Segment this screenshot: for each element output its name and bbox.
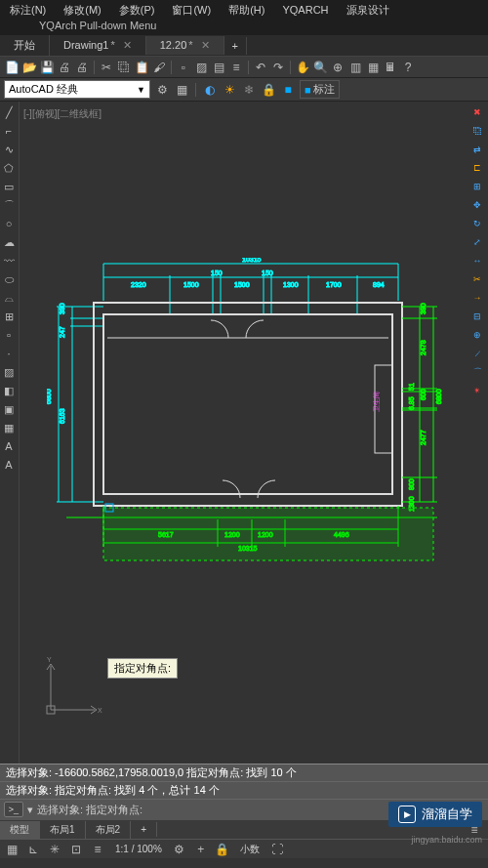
menu-params[interactable]: 参数(P) xyxy=(119,3,155,18)
menu-annotate[interactable]: 标注(N) xyxy=(10,3,46,18)
help-icon[interactable]: ? xyxy=(400,60,416,75)
point-icon[interactable]: · xyxy=(0,345,18,362)
lwt-icon[interactable]: ≡ xyxy=(90,842,105,857)
explode-icon[interactable]: ✴ xyxy=(468,382,486,399)
tab-layout1[interactable]: 布局1 xyxy=(40,821,86,839)
print-icon[interactable]: 🖨 xyxy=(57,60,72,75)
polar-icon[interactable]: ✳ xyxy=(47,842,62,857)
canvas[interactable]: [-][俯视][二维线框] 10315 2320 1500 xyxy=(20,102,488,764)
cut-icon[interactable]: ✂ xyxy=(99,60,114,75)
hatch-icon[interactable]: ▨ xyxy=(193,60,209,75)
tab-1220[interactable]: 12.20*✕ xyxy=(146,36,224,55)
plot-icon[interactable]: 🖨 xyxy=(74,60,90,75)
revcloud-icon[interactable]: ☁ xyxy=(0,233,18,251)
grid-snap-icon[interactable]: ▦ xyxy=(4,842,20,857)
rect-icon[interactable]: ▭ xyxy=(0,178,18,195)
fillet-icon[interactable]: ⌒ xyxy=(468,363,486,381)
save-icon[interactable]: 💾 xyxy=(39,60,55,75)
chamfer-icon[interactable]: ⟋ xyxy=(468,345,486,362)
pline-icon[interactable]: ∿ xyxy=(0,141,18,158)
tooltip: 指定对角点: xyxy=(107,658,178,679)
erase-icon[interactable]: ✖ xyxy=(468,103,486,121)
freeze-icon[interactable]: ❄ xyxy=(241,82,257,98)
annotation-label[interactable]: ■标注 xyxy=(300,80,340,99)
gear2-icon[interactable]: ⚙ xyxy=(172,842,187,857)
arc-icon[interactable]: ⌒ xyxy=(0,196,18,214)
menu-help[interactable]: 帮助(H) xyxy=(228,3,264,18)
menu-yuanquan[interactable]: 源泉设计 xyxy=(346,3,389,18)
tab-start[interactable]: 开始 xyxy=(0,35,50,56)
offset-icon[interactable]: ⊏ xyxy=(468,159,486,177)
pan-icon[interactable]: ✋ xyxy=(295,60,310,75)
gradient-icon[interactable]: ◧ xyxy=(0,382,18,399)
stretch-icon[interactable]: ↔ xyxy=(468,252,486,269)
copy-icon[interactable]: ⿻ xyxy=(116,60,132,75)
match-icon[interactable]: 🖌 xyxy=(151,60,167,75)
status-decimal[interactable]: 小数 xyxy=(236,843,264,856)
region-icon[interactable]: ▣ xyxy=(0,400,18,418)
text-icon[interactable]: A xyxy=(0,437,18,455)
hatch2-icon[interactable]: ▨ xyxy=(0,363,18,381)
workspace-dropdown[interactable]: AutoCAD 经典▼ xyxy=(4,80,150,99)
undo-icon[interactable]: ↶ xyxy=(253,60,268,75)
mirror-icon[interactable]: ⇄ xyxy=(468,141,486,158)
orbit-icon[interactable]: ⊕ xyxy=(330,60,346,75)
join-icon[interactable]: ⊕ xyxy=(468,326,486,344)
menu-window[interactable]: 窗口(W) xyxy=(172,3,211,18)
redo-icon[interactable]: ↷ xyxy=(270,60,286,75)
tab-model[interactable]: 模型 xyxy=(0,821,40,839)
array-icon[interactable]: ⊞ xyxy=(468,178,486,195)
spline-icon[interactable]: 〰 xyxy=(0,252,18,269)
sheet-icon[interactable]: ▥ xyxy=(347,60,363,75)
circle-icon[interactable]: ○ xyxy=(0,215,18,232)
scale-icon[interactable]: ⤢ xyxy=(468,233,486,251)
paste-icon[interactable]: 📋 xyxy=(134,60,149,75)
svg-text:150: 150 xyxy=(211,269,223,276)
tab-add[interactable]: + xyxy=(224,37,247,55)
new-icon[interactable]: 📄 xyxy=(4,60,20,75)
open-icon[interactable]: 📂 xyxy=(21,60,37,75)
polygon-icon[interactable]: ⬠ xyxy=(0,159,18,177)
ellipse-icon[interactable]: ⬭ xyxy=(0,270,18,288)
break-icon[interactable]: ⊟ xyxy=(468,308,486,325)
tab-layout-add[interactable]: + xyxy=(131,822,157,837)
light-icon[interactable]: ◐ xyxy=(202,82,218,98)
menu-modify[interactable]: 修改(M) xyxy=(63,3,102,18)
fullscreen-icon[interactable]: ⛶ xyxy=(269,842,285,857)
trim-icon[interactable]: ✂ xyxy=(468,270,486,288)
grid-icon[interactable]: ▦ xyxy=(174,82,189,98)
status-scale[interactable]: 1:1 / 100% xyxy=(111,844,166,854)
ellipsearc-icon[interactable]: ⌓ xyxy=(0,289,18,307)
sun-icon[interactable]: ☀ xyxy=(222,82,237,98)
tab-layout2[interactable]: 布局2 xyxy=(86,821,132,839)
calc-icon[interactable]: 🖩 xyxy=(383,60,398,75)
zoom-icon[interactable]: 🔍 xyxy=(312,60,328,75)
move-icon[interactable]: ✥ xyxy=(468,196,486,214)
block2-icon[interactable]: ▫ xyxy=(0,326,18,344)
copy2-icon[interactable]: ⿻ xyxy=(468,122,486,140)
props-icon[interactable]: ≡ xyxy=(228,60,244,75)
color-icon[interactable]: ■ xyxy=(280,82,296,98)
viewport-label[interactable]: [-][俯视][二维线框] xyxy=(23,107,102,121)
add-scale-icon[interactable]: + xyxy=(193,842,209,857)
menu-yqarch[interactable]: YQARCH xyxy=(282,4,328,16)
mtext-icon[interactable]: A xyxy=(0,456,18,474)
rotate-icon[interactable]: ↻ xyxy=(468,215,486,232)
svg-text:6800: 6800 xyxy=(47,389,52,404)
extend-icon[interactable]: → xyxy=(468,289,486,307)
lock2-icon[interactable]: 🔒 xyxy=(215,842,230,857)
tab-drawing1[interactable]: Drawing1*✕ xyxy=(50,36,146,55)
gear-icon[interactable]: ⚙ xyxy=(154,82,170,98)
lock-icon[interactable]: 🔒 xyxy=(261,82,276,98)
block-icon[interactable]: ▫ xyxy=(176,60,191,75)
insert-icon[interactable]: ⊞ xyxy=(0,308,18,325)
toolbar-main: 📄 📂 💾 🖨 🖨 ✂ ⿻ 📋 🖌 ▫ ▨ ▤ ≡ ↶ ↷ ✋ 🔍 ⊕ ▥ ▦ … xyxy=(0,57,488,78)
table-icon[interactable]: ▦ xyxy=(0,419,18,436)
ucs-axis-icon: Y X xyxy=(41,656,109,724)
osnap-icon[interactable]: ⊡ xyxy=(68,842,84,857)
layer-icon[interactable]: ▤ xyxy=(211,60,226,75)
line-icon[interactable]: ╱ xyxy=(0,103,18,121)
tool-icon[interactable]: ▦ xyxy=(365,60,381,75)
polyline-icon[interactable]: ⌐ xyxy=(0,122,18,140)
ortho-icon[interactable]: ⊾ xyxy=(25,842,41,857)
